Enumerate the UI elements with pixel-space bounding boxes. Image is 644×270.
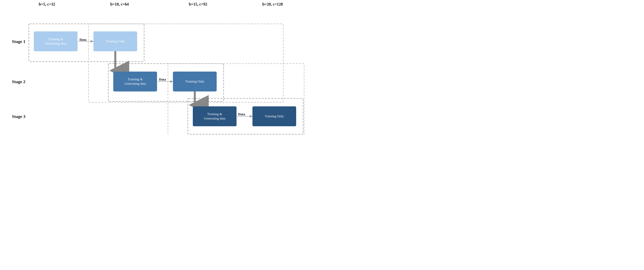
col-header-3: b=15, c=92 (189, 2, 207, 6)
block-stage1-train-only: Training Only (94, 32, 137, 51)
col-header-4: b=20, c=128 (262, 2, 283, 6)
data-label-2: Data (159, 78, 166, 82)
block-stage1-train-gen: Training &Generating data (34, 32, 78, 51)
block-stage3-train-only: Training Only (252, 106, 296, 126)
diagram: b=5, c=32 b=10, c=64 b=15, c=92 b=20, c=… (0, 0, 322, 135)
stage-1-label: Stage 1 (12, 39, 26, 44)
block-stage2-train-only: Training Only (173, 72, 217, 92)
stage-3-label: Stage 3 (12, 114, 26, 119)
col-header-2: b=10, c=64 (110, 2, 129, 6)
data-label-3: Data (238, 112, 245, 116)
data-label-1: Data (80, 38, 86, 42)
stage-2-label: Stage 2 (12, 79, 26, 84)
block-stage2-train-gen: Training &Generating data (113, 72, 157, 92)
block-stage3-train-gen: Training &Generating data (193, 106, 236, 126)
col-header-1: b=5, c=32 (39, 2, 55, 6)
